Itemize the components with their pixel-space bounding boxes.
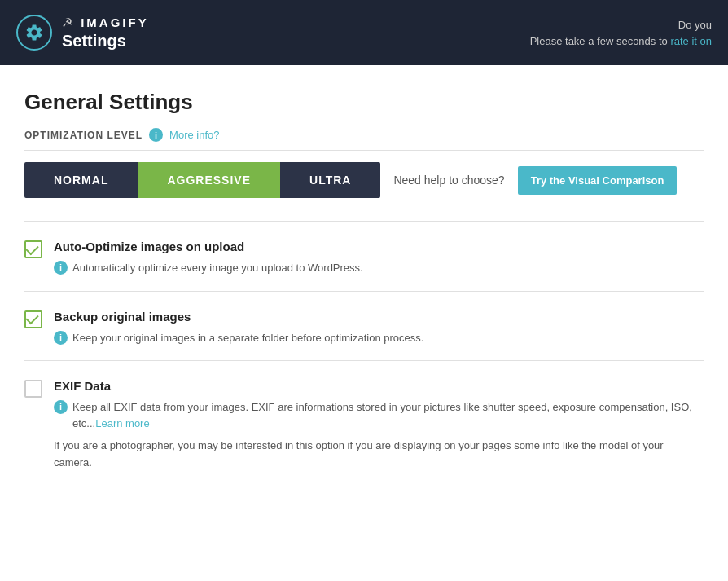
need-help-text: Need help to choose? <box>393 174 504 187</box>
auto-optimize-info-icon[interactable]: i <box>54 261 68 275</box>
backup-original-checkbox[interactable] <box>24 310 42 328</box>
rate-it-link[interactable]: rate it on <box>670 34 712 46</box>
opt-normal-button[interactable]: NORMAL <box>24 162 138 198</box>
gear-icon <box>16 15 52 51</box>
visual-comparison-button[interactable]: Try the Visual Comparison <box>518 166 678 195</box>
auto-optimize-checkbox-wrap[interactable] <box>24 240 42 258</box>
exif-data-title: EXIF Data <box>54 379 704 393</box>
auto-optimize-section: Auto-Optimize images on upload i Automat… <box>24 221 704 291</box>
optimization-level-section: OPTIMIZATION LEVEL i More info? <box>24 128 704 151</box>
opt-ultra-button[interactable]: ULTRA <box>280 162 380 198</box>
exif-learn-more-link[interactable]: Learn more <box>95 417 149 429</box>
logo-text: ☭ IMAGIFY Settings <box>62 15 149 51</box>
exif-data-info-icon[interactable]: i <box>54 400 68 414</box>
exif-data-checkbox-wrap[interactable] <box>24 380 42 398</box>
optimization-buttons: NORMAL AGGRESSIVE ULTRA <box>24 162 380 198</box>
auto-optimize-content: Auto-Optimize images on upload i Automat… <box>54 240 704 276</box>
auto-optimize-desc: i Automatically optimize every image you… <box>54 260 704 276</box>
opt-aggressive-button[interactable]: AGGRESSIVE <box>138 162 280 198</box>
backup-original-row: Backup original images i Keep your origi… <box>24 310 704 346</box>
backup-original-title: Backup original images <box>54 310 704 324</box>
more-info-link[interactable]: More info? <box>169 129 219 141</box>
backup-original-checkbox-wrap[interactable] <box>24 310 42 328</box>
backup-original-desc: i Keep your original images in a separat… <box>54 330 704 346</box>
exif-extra-desc: If you are a photographer, you may be in… <box>54 438 704 472</box>
exif-data-desc: i Keep all EXIF data from your images. E… <box>54 399 704 431</box>
backup-original-section: Backup original images i Keep your origi… <box>24 291 704 361</box>
gear-svg <box>24 23 44 42</box>
backup-original-content: Backup original images i Keep your origi… <box>54 310 704 346</box>
header-notice: Do you Please take a few seconds to rate… <box>530 17 712 49</box>
auto-optimize-checkbox[interactable] <box>24 240 42 258</box>
auto-optimize-row: Auto-Optimize images on upload i Automat… <box>24 240 704 276</box>
exif-data-row: EXIF Data i Keep all EXIF data from your… <box>24 379 704 472</box>
main-content: General Settings OPTIMIZATION LEVEL i Mo… <box>0 65 728 581</box>
settings-label: Settings <box>62 32 149 51</box>
brand-name: ☭ IMAGIFY <box>62 15 149 30</box>
optimization-level-row: NORMAL AGGRESSIVE ULTRA Need help to cho… <box>24 162 704 198</box>
optimization-level-label: OPTIMIZATION LEVEL <box>24 130 143 141</box>
auto-optimize-title: Auto-Optimize images on upload <box>54 240 704 253</box>
page-title: General Settings <box>24 90 704 115</box>
logo-area: ☭ IMAGIFY Settings <box>16 15 149 51</box>
optimization-info-icon[interactable]: i <box>149 128 163 142</box>
exif-data-checkbox[interactable] <box>24 380 42 398</box>
exif-data-content: EXIF Data i Keep all EXIF data from your… <box>54 379 704 472</box>
backup-original-info-icon[interactable]: i <box>54 331 68 345</box>
exif-data-section: EXIF Data i Keep all EXIF data from your… <box>24 360 704 486</box>
app-header: ☭ IMAGIFY Settings Do you Please take a … <box>0 0 728 65</box>
